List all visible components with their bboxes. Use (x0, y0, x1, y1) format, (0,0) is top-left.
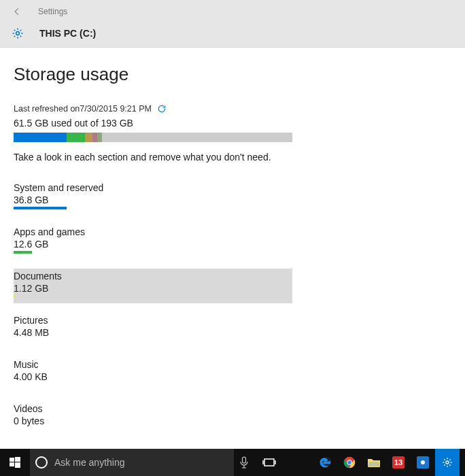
svg-point-0 (16, 32, 20, 35)
svg-rect-4 (15, 462, 20, 468)
category-bar (14, 428, 292, 430)
storage-bar-segment (67, 133, 85, 142)
svg-rect-1 (10, 458, 14, 462)
category-item[interactable]: Documents1.12 GB (14, 269, 292, 303)
file-explorer-icon[interactable] (362, 449, 386, 476)
category-item[interactable]: Videos0 bytes (14, 401, 292, 436)
svg-rect-6 (264, 459, 274, 466)
category-item[interactable]: System and reserved36.8 GB (14, 180, 292, 215)
storage-bar-segment (14, 133, 67, 142)
svg-point-14 (446, 461, 449, 464)
settings-header: Settings THIS PC (C:) (0, 0, 465, 48)
chrome-icon[interactable] (337, 449, 362, 476)
app-icon-red[interactable]: 13 (386, 449, 411, 476)
last-refreshed-time: 7/30/2015 9:21 PM (80, 104, 152, 114)
last-refreshed-label: Last refreshed on (14, 104, 80, 114)
svg-rect-5 (243, 457, 246, 463)
category-item[interactable]: Music4.00 KB (14, 357, 292, 392)
mic-icon[interactable] (234, 449, 254, 476)
category-title: Pictures (14, 315, 292, 326)
category-size: 36.8 GB (14, 194, 292, 205)
back-button[interactable] (11, 5, 23, 18)
taskbar: Ask me anything 13 (0, 449, 465, 476)
content-area: Storage usage Last refreshed on 7/30/201… (0, 48, 465, 476)
edge-icon[interactable] (313, 449, 337, 476)
svg-point-13 (421, 460, 425, 464)
category-title: Music (14, 359, 292, 370)
storage-bar-segment (102, 133, 292, 142)
task-view-button[interactable] (254, 449, 284, 476)
category-bar (14, 384, 292, 386)
app-icon-blue[interactable] (411, 449, 435, 476)
storage-bar-segment (92, 133, 97, 142)
last-refreshed-row: Last refreshed on 7/30/2015 9:21 PM (14, 104, 451, 114)
category-item[interactable]: Apps and games12.6 GB (14, 224, 292, 259)
category-bar (14, 295, 292, 298)
taskbar-tray: 13 (313, 449, 465, 476)
page-subtitle: THIS PC (C:) (39, 28, 96, 39)
category-title: Documents (14, 271, 292, 282)
storage-bar-segment (97, 133, 102, 142)
svg-text:13: 13 (394, 458, 402, 466)
category-bar (14, 207, 292, 209)
show-desktop-button[interactable] (460, 449, 465, 476)
start-button[interactable] (0, 449, 30, 476)
svg-rect-3 (10, 462, 14, 466)
refresh-icon[interactable] (157, 104, 167, 114)
cortana-icon (35, 456, 48, 469)
storage-bar-segment (85, 133, 92, 142)
category-item[interactable]: Pictures4.48 MB (14, 313, 292, 347)
category-size: 1.12 GB (14, 283, 292, 294)
usage-summary: 61.5 GB used out of 193 GB (14, 118, 451, 129)
category-size: 4.00 KB (14, 371, 292, 382)
category-bar (14, 339, 292, 342)
hint-text: Take a look in each section and remove w… (14, 152, 451, 163)
category-list: System and reserved36.8 GBApps and games… (14, 180, 451, 476)
category-size: 4.48 MB (14, 327, 292, 338)
category-title: Apps and games (14, 226, 292, 237)
category-title: System and reserved (14, 182, 292, 193)
category-bar (14, 251, 292, 254)
settings-taskbar-icon[interactable] (435, 449, 460, 476)
svg-rect-2 (15, 457, 20, 462)
gear-icon (11, 27, 24, 40)
search-placeholder: Ask me anything (54, 457, 125, 468)
category-title: Videos (14, 403, 292, 414)
category-size: 0 bytes (14, 415, 292, 426)
breadcrumb[interactable]: Settings (38, 7, 67, 16)
page-title: Storage usage (14, 64, 451, 85)
svg-point-9 (347, 460, 351, 464)
search-box[interactable]: Ask me anything (30, 449, 234, 476)
storage-total-bar (14, 133, 292, 142)
category-size: 12.6 GB (14, 239, 292, 250)
